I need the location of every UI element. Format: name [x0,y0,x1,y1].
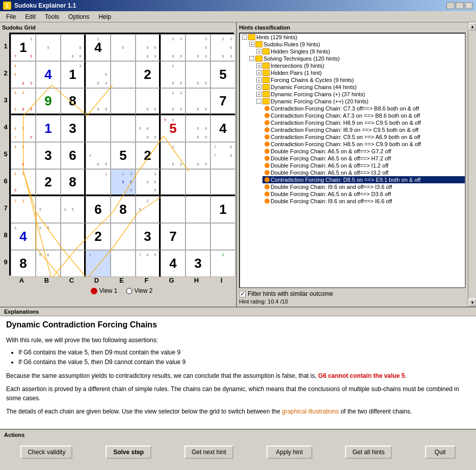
quit-button[interactable]: Quit [425,446,456,459]
view2-radio[interactable]: View 2 [126,287,153,294]
menu-file[interactable]: File [2,12,20,21]
cell-C2[interactable]: 3 1 [61,61,86,88]
cell-A4[interactable]: 45 79 [11,115,36,142]
cell-E7[interactable]: 8 [111,196,136,223]
menu-edit[interactable]: Edit [21,12,40,21]
tree-hint-2[interactable]: Contradiction Forcing Chain: A7.3 on ==>… [262,112,465,119]
cell-F1[interactable]: 56 89 [136,34,161,61]
cell-D1[interactable]: 2 4 [86,34,111,61]
cell-E9[interactable] [111,250,136,277]
cell-B7[interactable]: 5 [36,196,61,223]
tree-hint-13[interactable]: Double Forcing Chain: A6.5 on & off==> D… [262,190,465,198]
cell-H6[interactable] [186,169,210,196]
hints-tree[interactable]: - Hints (129 hints) + Sudoku Rules (9 hi… [239,33,466,288]
tree-hint-7[interactable]: Double Forcing Chain: A6.5 on & off==> G… [262,148,465,155]
cell-H5[interactable]: 89 [186,142,210,169]
tree-item-hidden-singles[interactable]: + Hidden Singles (9 hints) [254,48,465,55]
cell-D8[interactable]: 2 [86,223,111,250]
tree-hint-6[interactable]: Contradiction Forcing Chain: H8.5 on ==>… [262,141,465,148]
cell-G8[interactable]: 7 [161,223,186,250]
cell-A6[interactable]: 45 9 [11,169,36,196]
cell-I5[interactable]: 78 78 [210,142,235,169]
cell-B4[interactable]: 1 [36,115,61,142]
cell-B9[interactable]: 56 [36,250,61,277]
cell-B2[interactable]: 4 [36,61,61,88]
tree-item-dynamic-37[interactable]: + Dynamic Forcing Chains (+) (37 hints) [254,91,465,98]
view2-radio-button[interactable] [126,288,133,294]
tree-item-hidden-pairs[interactable]: + Hidden Pairs (1 hint) [254,69,465,76]
cell-I1[interactable]: 23 6 89 [210,34,235,61]
cell-F9[interactable]: 7 89 [136,250,161,277]
cell-C3[interactable]: 8 [61,88,86,115]
cell-A7[interactable]: 23 [11,196,36,223]
tree-hint-4[interactable]: Contradiction Forcing Chain: I8.9 on ==>… [262,126,465,133]
cell-G7[interactable] [161,196,186,223]
filter-checkbox[interactable]: ✓ [239,291,246,297]
cell-G9[interactable]: 4 [161,250,186,277]
tree-hint-10[interactable]: Double Forcing Chain: A6.5 on & off==> I… [262,169,465,176]
cell-I4[interactable]: 4 [210,115,235,142]
menu-help[interactable]: Help [94,12,115,21]
cell-B5[interactable]: 3 [36,142,61,169]
tree-item-solving-tech[interactable]: - Solving Techniques (120 hints) [247,55,465,62]
cell-G5[interactable]: 1 89 [161,142,186,169]
view1-radio-button[interactable] [91,288,97,294]
title-bar-controls[interactable]: _ □ ✕ [446,2,473,9]
tree-hint-1[interactable]: Contradiction Forcing Chain: C7.3 off==>… [262,105,465,112]
menu-tools[interactable]: Tools [41,12,63,21]
cell-A2[interactable]: 4 6 89 [11,61,36,88]
cell-D5[interactable]: 4 89 [86,142,111,169]
cell-D3[interactable]: 89 [86,88,111,115]
tree-item-dynamic-20[interactable]: - Dynamic Forcing Chains (++) (20 hints) [254,98,465,105]
cell-H9[interactable]: 3 [186,250,210,277]
tree-hint-5[interactable]: Contradiction Forcing Chain: C9.5 on ==>… [262,133,465,141]
exp-link[interactable]: graphical illustrations [282,408,339,415]
maximize-button[interactable]: □ [456,2,464,9]
cell-E8[interactable] [111,223,136,250]
cell-G3[interactable]: 23 89 [161,88,186,115]
cell-F5[interactable]: 2 [136,142,161,169]
tree-hint-9[interactable]: Double Forcing Chain: A6.5 on & off==> I… [262,162,465,169]
cell-I8[interactable] [210,223,235,250]
cell-D6[interactable]: 1 [86,169,111,196]
cell-D9[interactable]: 1 [86,250,111,277]
cell-H7[interactable] [186,196,210,223]
cell-A3[interactable]: 45 989 [11,88,36,115]
cell-H3[interactable]: 89 [186,88,210,115]
cell-D2[interactable]: 6 89 [86,61,111,88]
cell-H2[interactable]: 89 [186,61,210,88]
cell-I7[interactable]: 1 [210,196,235,223]
get-next-hint-button[interactable]: Get next hint [184,446,233,459]
cell-I6[interactable] [210,169,235,196]
cell-F7[interactable]: 2 5 [136,196,161,223]
cell-I3[interactable]: 7 [210,88,235,115]
tree-item-sudoku-rules[interactable]: + Sudoku Rules (9 hints) [247,41,465,48]
cell-A1[interactable]: 3 79 1 [11,34,36,61]
cell-G6[interactable] [161,169,186,196]
cell-D7[interactable]: 6 [86,196,111,223]
cell-I2[interactable]: 5 [210,61,235,88]
view1-radio[interactable]: View 1 [91,287,118,294]
cell-F4[interactable]: 56 89 [136,115,161,142]
cell-B1[interactable]: 5 [36,34,61,61]
cell-G4[interactable]: 56 5 [161,115,186,142]
tree-item-dynamic-44[interactable]: + Dynamic Forcing Chains (44 hints) [254,84,465,91]
tree-hint-3[interactable]: Contradiction Forcing Chain: H8.9 on ==>… [262,119,465,126]
cell-C1[interactable]: 6 89 [61,34,86,61]
cell-E2[interactable] [111,61,136,88]
cell-F2[interactable]: 2 [136,61,161,88]
cell-F6[interactable]: 3 56 9 [136,169,161,196]
cell-E6[interactable]: 13 56 9 [111,169,136,196]
tree-item-root[interactable]: - Hints (129 hints) [240,34,465,41]
cell-D4[interactable] [86,115,111,142]
tree-hint-8[interactable]: Double Forcing Chain: A6.5 on & off==> H… [262,155,465,162]
cell-H8[interactable] [186,223,210,250]
cell-E1[interactable]: 5 [111,34,136,61]
cell-F3[interactable]: 89 [136,88,161,115]
minimize-button[interactable]: _ [446,2,455,9]
check-validity-button[interactable]: Check validity [20,446,72,459]
cell-I9[interactable]: 2 [210,250,235,277]
menu-options[interactable]: Options [64,12,93,21]
cell-C8[interactable] [61,223,86,250]
get-all-hints-button[interactable]: Get all hints [345,446,391,459]
